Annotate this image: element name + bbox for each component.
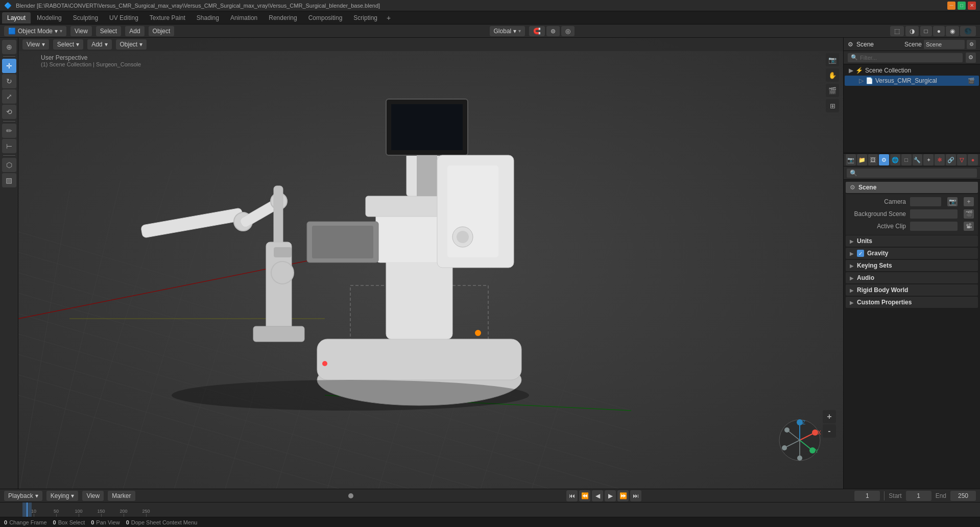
view-menu-button[interactable]: View	[70, 26, 92, 36]
title-bar-controls[interactable]: ─ □ ✕	[947, 2, 976, 10]
play-button[interactable]: ▶	[605, 490, 616, 501]
scene-props-tab-active[interactable]: ⚙	[879, 154, 889, 165]
rigid-body-world-section-header[interactable]: ▶ Rigid Body World	[846, 284, 978, 296]
proportional-edit-button[interactable]: ⊚	[546, 26, 560, 36]
outliner-scene-collection[interactable]: ▶ ⚡ Scene Collection	[845, 65, 979, 76]
add-workspace-tab-button[interactable]: +	[384, 13, 394, 23]
physics-props-tab[interactable]: ⚛	[935, 154, 945, 165]
camera-movie-icon[interactable]: 🎬	[826, 84, 839, 97]
outliner-search[interactable]: 🔍 Filter...	[848, 53, 963, 62]
audio-section-header[interactable]: ▶ Audio	[846, 272, 978, 283]
output-props-tab[interactable]: 📁	[857, 154, 867, 165]
overlay-button[interactable]: ⬚	[890, 26, 904, 36]
workspace-tab-scripting[interactable]: Scripting	[348, 12, 383, 23]
timeline-ruler[interactable]: 10 50 100 150 200 250	[0, 502, 980, 517]
end-frame-input[interactable]: 250	[950, 491, 976, 501]
scene-settings-button[interactable]: ⚙	[967, 40, 976, 49]
constraints-props-tab[interactable]: 🔗	[946, 154, 956, 165]
scene-name-input[interactable]: Scene	[924, 40, 965, 49]
global-space-button[interactable]: Global ▾	[490, 26, 525, 36]
zoom-out-button[interactable]: -	[823, 424, 836, 438]
minimize-button[interactable]: ─	[947, 2, 955, 10]
workspace-tab-shading[interactable]: Shading	[192, 12, 224, 23]
units-section-header[interactable]: ▶ Units	[846, 235, 978, 247]
gravity-section-header[interactable]: ▶ ✓ Gravity	[846, 248, 978, 259]
viewport[interactable]: View▾ Select▾ Add▾ Object▾ User Perspect…	[18, 38, 843, 489]
play-reverse-button[interactable]: ◀	[592, 490, 603, 501]
scale-tool-button[interactable]: ⤢	[2, 89, 16, 104]
active-clip-icon[interactable]: 📽	[964, 222, 974, 231]
search-icon: 🔍	[851, 54, 858, 61]
gravity-checkbox[interactable]: ✓	[857, 250, 864, 257]
world-props-tab[interactable]: 🌐	[890, 154, 900, 165]
object-menu-button[interactable]: Object	[149, 26, 175, 36]
add-menu-vp-button[interactable]: Add▾	[87, 39, 111, 50]
table-icon[interactable]: ⊞	[826, 99, 839, 112]
jump-start-button[interactable]: ⏮	[566, 490, 578, 501]
object-menu-vp-button[interactable]: Object▾	[116, 39, 147, 50]
background-scene-input[interactable]	[910, 209, 958, 219]
prev-keyframe-button[interactable]: ⏪	[579, 490, 590, 501]
workspace-tab-sculpting[interactable]: Sculpting	[68, 12, 103, 23]
close-button[interactable]: ✕	[968, 2, 976, 10]
start-frame-input[interactable]: 1	[906, 491, 931, 501]
keying-menu-button[interactable]: Keying ▾	[46, 491, 79, 501]
zoom-in-button[interactable]: +	[823, 410, 836, 423]
playback-menu-button[interactable]: Playback ▾	[4, 491, 42, 501]
workspace-tab-animation[interactable]: Animation	[225, 12, 262, 23]
viewlayer-props-tab[interactable]: 🖼	[868, 154, 878, 165]
add-cube-tool-button[interactable]: ⬡	[2, 158, 16, 172]
camera-new-button[interactable]: +	[964, 197, 974, 206]
annotate-tool-button[interactable]: ✏	[2, 124, 16, 138]
particles-props-tab[interactable]: ✦	[923, 154, 934, 165]
transform-pivot-button[interactable]: ◎	[561, 26, 575, 36]
workspace-tab-layout[interactable]: Layout	[2, 12, 31, 23]
maximize-button[interactable]: □	[958, 2, 966, 10]
hand-pan-icon[interactable]: ✋	[826, 68, 839, 82]
move-tool-button[interactable]: ✛	[2, 59, 16, 73]
material-props-tab[interactable]: ●	[968, 154, 978, 165]
jump-end-button[interactable]: ⏭	[630, 490, 641, 501]
active-clip-input[interactable]	[910, 222, 958, 231]
add-menu-button[interactable]: Add	[125, 26, 144, 36]
outliner-versus-item[interactable]: ▷ 📄 Versus_CMR_Surgical 🎬	[845, 76, 979, 86]
cursor-tool-button[interactable]: ⊕	[2, 40, 16, 54]
view-menu-vp-button[interactable]: View▾	[22, 39, 49, 50]
rotate-tool-button[interactable]: ↻	[2, 74, 16, 88]
camera-value-input[interactable]	[910, 197, 941, 206]
workspace-tab-compositing[interactable]: Compositing	[303, 12, 348, 23]
select-menu-button[interactable]: Select	[96, 26, 121, 36]
rendered-shading-button[interactable]: 🌑	[960, 26, 976, 36]
snap-button[interactable]: 🧲	[529, 26, 545, 36]
background-scene-icon[interactable]: 🎬	[964, 209, 974, 219]
camera-browse-button[interactable]: 📷	[947, 197, 958, 206]
outliner-options-button[interactable]: ⚙	[966, 53, 976, 63]
next-keyframe-button[interactable]: ⏩	[617, 490, 629, 501]
render-props-tab[interactable]: 📷	[846, 154, 856, 165]
xray-button[interactable]: ◑	[905, 26, 919, 36]
current-frame-input[interactable]: 1	[854, 491, 880, 501]
transform-tool-button[interactable]: ⟲	[2, 105, 16, 119]
wireframe-shading-button[interactable]: □	[920, 26, 932, 36]
keying-sets-section-header[interactable]: ▶ Keying Sets	[846, 260, 978, 271]
object-mode-button[interactable]: 🟦 Object Mode ▾	[4, 26, 66, 36]
add-object-tool-button[interactable]: ▨	[2, 173, 16, 187]
workspace-tab-rendering[interactable]: Rendering	[264, 12, 302, 23]
modifier-props-tab[interactable]: 🔧	[913, 154, 923, 165]
workspace-tab-modeling[interactable]: Modeling	[32, 12, 67, 23]
props-search-input[interactable]: 🔍	[847, 169, 977, 178]
select-menu-vp-button[interactable]: Select▾	[53, 39, 83, 50]
keying-label: Keying	[51, 492, 69, 499]
solid-shading-button[interactable]: ●	[933, 26, 945, 36]
marker-menu-button[interactable]: Marker	[108, 491, 135, 501]
material-preview-button[interactable]: ◉	[946, 26, 959, 36]
camera-view-icon[interactable]: 📷	[826, 53, 839, 66]
view-menu-tl-button[interactable]: View	[82, 491, 104, 501]
custom-properties-section-header[interactable]: ▶ Custom Properties	[846, 297, 978, 308]
measure-tool-button[interactable]: ⊢	[2, 139, 16, 153]
workspace-tab-texture-paint[interactable]: Texture Paint	[145, 12, 190, 23]
data-props-tab[interactable]: ▽	[957, 154, 967, 165]
navigation-gizmo[interactable]: X Y Z	[777, 417, 818, 458]
workspace-tab-uv-editing[interactable]: UV Editing	[104, 12, 144, 23]
object-props-tab[interactable]: □	[901, 154, 912, 165]
